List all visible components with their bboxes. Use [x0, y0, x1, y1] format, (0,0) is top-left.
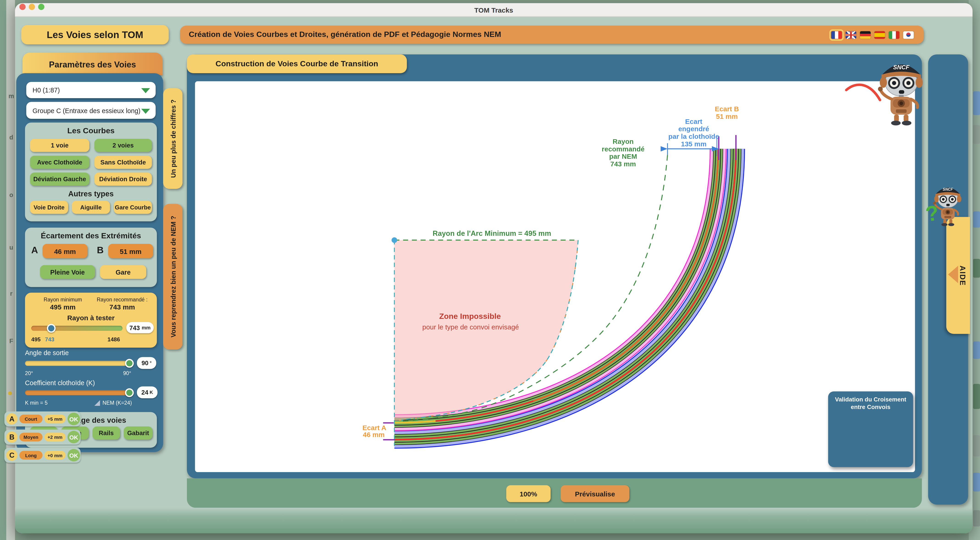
label-ecart-a: Ecart A 46 mm — [363, 424, 387, 438]
help-tab[interactable]: AIDE — [946, 217, 970, 334]
desktop-icon — [973, 211, 980, 228]
svg-text:135 mm: 135 mm — [681, 140, 707, 148]
clothoid-value-box[interactable]: 24K — [137, 387, 158, 398]
radius-scale-min: 495 — [31, 336, 41, 342]
background-letter: d — [8, 134, 15, 141]
clothoid-nem-label: NEM (K=24) — [102, 400, 132, 406]
screen: m d o u r F TOM Tracks Les Voies selon T… — [0, 0, 980, 540]
radius-rec-value: 743 mm — [89, 303, 155, 311]
banner-text: Création de Voies Courbes et Droites, gé… — [189, 26, 501, 44]
desktop-icon — [973, 510, 980, 526]
validation-row-a: A Court +5 mm OK — [4, 411, 81, 427]
clothoid-min-label: K min = 5 — [25, 400, 48, 406]
label-zone-1: Zone Impossible — [439, 312, 501, 320]
angle-max: 90° — [123, 370, 131, 376]
mascot-robot-conductor — [874, 58, 928, 128]
clothoid-unit: K — [150, 390, 153, 395]
angle-label: Angle de sortie — [25, 349, 69, 357]
zoom-level-button[interactable]: 100% — [506, 485, 551, 502]
group-select[interactable]: Groupe C (Entraxe des essieux long) — [26, 102, 156, 119]
help-tab-label: AIDE — [958, 265, 967, 285]
set-square-icon — [94, 400, 100, 406]
svg-text:Rayon: Rayon — [612, 138, 634, 145]
desktop-icon — [973, 91, 980, 115]
background-letter: o — [8, 191, 15, 198]
angle-value-box[interactable]: 90° — [137, 357, 156, 369]
flag-italian-icon[interactable] — [889, 31, 899, 38]
radius-test-label: Rayon à tester — [25, 314, 157, 322]
convoy-letter: C — [6, 449, 18, 461]
convoy-type-badge: Moyen — [19, 433, 43, 441]
validation-title: Validation du Croisement entre Convois — [828, 391, 913, 410]
svg-text:engendré: engendré — [678, 125, 709, 132]
svg-text:par NEM: par NEM — [609, 153, 637, 160]
label-arc-min: Rayon de l'Arc Minimum = 495 mm — [433, 229, 551, 237]
background-letter: m — [8, 92, 15, 99]
convoy-letter: B — [6, 432, 18, 443]
canvas-footer-bar — [187, 478, 922, 508]
validation-row-c: C Long +0 mm OK — [4, 448, 81, 463]
clothoid-slider-track[interactable] — [25, 390, 130, 395]
angle-unit: ° — [150, 360, 151, 366]
chevron-down-icon — [141, 88, 150, 93]
flag-german-icon[interactable] — [860, 31, 871, 38]
background-letter: u — [8, 244, 15, 251]
svg-text:46 mm: 46 mm — [363, 431, 385, 438]
radius-value-box[interactable]: 743mm — [126, 322, 154, 333]
desktop-icon — [973, 259, 980, 277]
curves-button-1voie[interactable]: 1 voie — [30, 139, 89, 152]
sidebar-header: Paramètres des Voies — [22, 53, 162, 75]
other-types-title: Autres types — [25, 190, 157, 198]
flag-spanish-icon[interactable] — [874, 31, 885, 38]
angle-slider-track[interactable] — [25, 361, 130, 366]
radius-scale-current: 743 — [45, 336, 54, 342]
clothoid-slider-thumb[interactable] — [125, 389, 134, 397]
svg-text:Ecart B: Ecart B — [715, 105, 739, 113]
end-b-value[interactable]: 51 mm — [108, 244, 153, 258]
angle-min: 20° — [25, 370, 33, 376]
radius-slider-track[interactable] — [31, 326, 123, 331]
convoy-delta-badge: +2 mm — [45, 433, 66, 441]
curves-button-avec-clothoide[interactable]: Avec Clothoïde — [30, 156, 89, 169]
svg-text:51 mm: 51 mm — [716, 113, 738, 120]
status-ok-badge: OK — [67, 431, 80, 443]
scale-select[interactable]: H0 (1:87) — [26, 82, 156, 98]
display-button-gabarit[interactable]: Gabarit — [124, 427, 153, 440]
display-button-rails[interactable]: Rails — [92, 427, 120, 440]
preview-button[interactable]: Prévisualise — [561, 485, 629, 502]
desktop-icon — [973, 125, 980, 144]
tab-more-numbers-label: Un peu plus de chiffres ? — [169, 99, 177, 178]
desktop-icon — [973, 341, 980, 359]
ends-title: Écartement des Extrémités — [25, 231, 157, 240]
flag-english-icon[interactable] — [846, 31, 856, 38]
button-voie-droite[interactable]: Voie Droite — [30, 201, 68, 214]
angle-slider-thumb[interactable] — [125, 359, 134, 368]
language-flags — [831, 29, 914, 40]
curves-button-sans-clothoide[interactable]: Sans Clothoïde — [94, 156, 152, 169]
curves-button-deviation-droite[interactable]: Déviation Droite — [94, 172, 152, 186]
window-title: TOM Tracks — [15, 3, 972, 17]
tab-nem[interactable]: Vous reprendrez bien un peu de NEM ? — [163, 204, 182, 350]
button-gare[interactable]: Gare — [100, 265, 146, 279]
end-a-value[interactable]: 46 mm — [43, 244, 88, 258]
flag-korean-icon[interactable] — [903, 31, 914, 38]
validation-panel: Validation du Croisement entre Convois — [828, 391, 913, 467]
canvas-tab-title: Construction de Voies Courbe de Transiti… — [187, 54, 407, 73]
button-aiguille[interactable]: Aiguille — [72, 201, 110, 214]
radius-slider-thumb[interactable] — [47, 324, 56, 333]
curves-button-deviation-gauche[interactable]: Déviation Gauche — [30, 172, 89, 186]
curves-title: Les Courbes — [25, 126, 157, 135]
button-gare-courbe[interactable]: Gare Courbe — [114, 201, 152, 214]
button-pleine-voie[interactable]: Pleine Voie — [40, 265, 95, 279]
label-zone-2: pour le type de convoi envisagé — [422, 323, 519, 331]
convoy-type-badge: Long — [19, 451, 43, 459]
convoy-letter: A — [6, 413, 18, 425]
validation-row-b: B Moyen +2 mm OK — [4, 430, 81, 444]
label-clothoid-offset: Ecart engendré par la clothoïde 135 mm — [668, 118, 719, 148]
flag-french-icon[interactable] — [831, 31, 842, 38]
tab-nem-label: Vous reprendrez bien un peu de NEM ? — [169, 216, 177, 338]
chevron-down-icon — [141, 108, 150, 113]
curves-button-2voies[interactable]: 2 voies — [94, 139, 152, 152]
radius-scale-max: 1486 — [108, 336, 120, 342]
tab-more-numbers[interactable]: Un peu plus de chiffres ? — [163, 88, 182, 189]
